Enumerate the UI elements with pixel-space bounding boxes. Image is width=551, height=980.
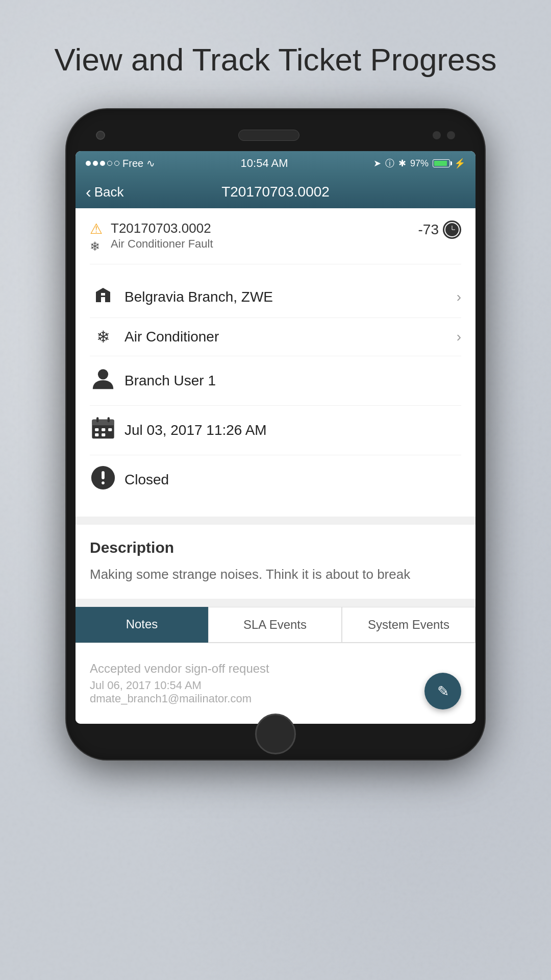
signal-dot-2 [93, 161, 98, 166]
ticket-card: ⚠ ❄ T20170703.0002 Air Conditioner Fault… [76, 208, 475, 517]
note-date: Jul 06, 2017 10:54 AM [90, 679, 461, 692]
date-text: Jul 03, 2017 11:26 AM [124, 422, 461, 438]
phone-bottom [76, 724, 475, 744]
description-title: Description [90, 539, 461, 556]
front-camera [96, 131, 105, 140]
ticket-fault: Air Conditioner Fault [111, 237, 418, 251]
info-icon: ⓘ [385, 157, 394, 169]
sensors [433, 131, 455, 139]
warning-icon: ⚠ [90, 220, 103, 237]
svg-rect-1 [103, 293, 105, 296]
battery-percent: 97% [410, 158, 429, 169]
sensor-1 [433, 131, 441, 139]
snowflake-small-icon: ❄ [90, 239, 103, 254]
svg-rect-9 [108, 428, 112, 431]
svg-rect-5 [96, 418, 98, 423]
tab-notes[interactable]: Notes [76, 607, 208, 643]
ticket-icons: ⚠ ❄ [90, 220, 103, 254]
phone-top [76, 125, 475, 151]
svg-rect-6 [108, 418, 110, 423]
user-row: Branch User 1 [90, 356, 461, 406]
description-section: Description Making some strange noises. … [76, 525, 475, 599]
svg-rect-10 [95, 434, 98, 437]
back-button[interactable]: ‹ Back [86, 184, 123, 200]
user-icon [90, 365, 116, 396]
earpiece-speaker [238, 130, 299, 141]
user-text: Branch User 1 [124, 373, 461, 389]
ticket-timer: -73 [418, 220, 461, 239]
battery-fill [434, 161, 447, 166]
signal-dot-5 [114, 161, 119, 166]
clock-icon [443, 220, 461, 239]
notes-wrapper: Accepted vendor sign-off request Jul 06,… [76, 643, 475, 724]
signal-strength [86, 161, 119, 166]
tabs-section: Notes SLA Events System Events Accepted … [76, 607, 475, 724]
phone-screen: Free ∿ 10:54 AM ➤ ⓘ ✱ 97% ⚡ ‹ Bac [76, 151, 475, 724]
status-bar: Free ∿ 10:54 AM ➤ ⓘ ✱ 97% ⚡ [76, 151, 475, 176]
location-text: Belgravia Branch, ZWE [124, 289, 457, 305]
svg-rect-14 [102, 482, 105, 485]
battery-indicator [433, 159, 450, 167]
back-label: Back [94, 184, 124, 200]
status-text: Closed [124, 472, 461, 488]
sensor-2 [447, 131, 455, 139]
bluetooth-icon: ✱ [398, 158, 406, 169]
svg-rect-8 [102, 428, 105, 431]
calendar-icon [90, 415, 116, 446]
tab-system-events[interactable]: System Events [342, 607, 475, 643]
back-chevron-icon: ‹ [86, 184, 91, 200]
date-row: Jul 03, 2017 11:26 AM [90, 406, 461, 455]
signal-dot-3 [100, 161, 105, 166]
note-item: Accepted vendor sign-off request Jul 06,… [90, 655, 461, 712]
header-title: T20170703.0002 [221, 184, 330, 200]
asset-chevron-icon: › [457, 329, 461, 345]
notes-content: Accepted vendor sign-off request Jul 06,… [76, 643, 475, 724]
app-header: ‹ Back T20170703.0002 [76, 176, 475, 208]
location-icon: ➤ [373, 158, 381, 169]
note-text: Accepted vendor sign-off request [90, 662, 461, 676]
svg-point-2 [98, 370, 108, 380]
svg-rect-13 [102, 471, 105, 479]
carrier-label: Free [122, 158, 143, 169]
asset-row[interactable]: ❄ Air Conditioner › [90, 318, 461, 356]
ticket-header-row: ⚠ ❄ T20170703.0002 Air Conditioner Fault… [90, 220, 461, 264]
status-icon [90, 464, 116, 495]
status-right: ➤ ⓘ ✱ 97% ⚡ [373, 157, 465, 169]
svg-rect-4 [92, 420, 114, 426]
wifi-icon: ∿ [146, 157, 155, 169]
battery-shell [433, 159, 450, 167]
signal-dot-1 [86, 161, 91, 166]
page-title: View and Track Ticket Progress [23, 41, 527, 79]
building-icon [90, 286, 116, 308]
svg-rect-11 [102, 434, 105, 437]
snowflake-icon: ❄ [90, 327, 116, 347]
tab-sla-events[interactable]: SLA Events [208, 607, 342, 643]
edit-icon: ✎ [437, 683, 449, 700]
add-note-fab[interactable]: ✎ [424, 673, 461, 709]
note-user: dmate_branch1@mailinator.com [90, 692, 461, 705]
ticket-id: T20170703.0002 [111, 220, 418, 236]
phone-device: Free ∿ 10:54 AM ➤ ⓘ ✱ 97% ⚡ ‹ Bac [66, 109, 485, 760]
ticket-title-group: T20170703.0002 Air Conditioner Fault [111, 220, 418, 251]
asset-text: Air Conditioner [124, 329, 457, 345]
tabs-row: Notes SLA Events System Events [76, 607, 475, 643]
status-time: 10:54 AM [241, 157, 288, 170]
charging-icon: ⚡ [454, 158, 465, 169]
description-text: Making some strange noises. Think it is … [90, 565, 461, 584]
timer-value: -73 [418, 222, 439, 238]
location-chevron-icon: › [457, 289, 461, 305]
clock-face [444, 222, 460, 237]
svg-rect-0 [101, 293, 103, 296]
status-row: Closed [90, 455, 461, 504]
location-row[interactable]: Belgravia Branch, ZWE › [90, 277, 461, 318]
signal-dot-4 [107, 161, 112, 166]
svg-rect-7 [95, 428, 98, 431]
status-left: Free ∿ [86, 157, 155, 169]
